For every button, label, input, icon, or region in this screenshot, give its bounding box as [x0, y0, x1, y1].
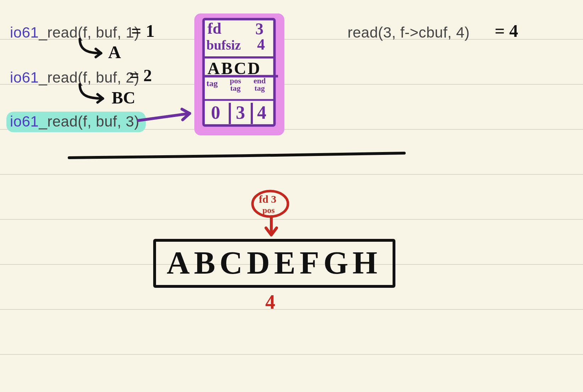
call-2-result: = 2: [129, 66, 152, 85]
syscall-label: read(3, f->cbuf, 4): [348, 24, 470, 41]
syscall-result: = 4: [495, 21, 518, 41]
arrow-call-3-to-struct: [137, 106, 197, 128]
struct-bufsiz-val: 4: [257, 35, 265, 54]
call-1-result: = 1: [131, 21, 155, 41]
file-pointer-value: 4: [265, 291, 275, 313]
separator-line: [67, 149, 408, 163]
call-3-code: io61_read(f, buf, 3): [6, 112, 146, 132]
struct-fd-key: fd: [207, 19, 221, 38]
call-1-code: io61_read(f, buf, 1): [10, 24, 139, 41]
call-3-label: _read(f, buf, 3): [39, 113, 139, 130]
arrow-call-2-output: [76, 83, 112, 104]
call-3-fn: io61: [10, 113, 39, 130]
struct-val-endtag: 4: [257, 102, 266, 123]
call-2-code: io61_read(f, buf, 2): [10, 69, 139, 86]
file-content: ABCDEFGH: [167, 245, 382, 281]
struct-bufsiz-key: bufsiz: [206, 37, 241, 53]
fd3-badge-label: fd 3: [259, 193, 276, 205]
call-1-fn: io61: [10, 24, 39, 41]
struct-val-tag: 0: [211, 102, 220, 123]
call-2-fn: io61: [10, 69, 39, 86]
syscall-code: read(3, f->cbuf, 4): [348, 24, 470, 41]
fd3-badge-label2: pos: [262, 206, 275, 215]
struct-hdr-tag: tag: [206, 79, 218, 88]
arrow-call-1-output: [76, 37, 108, 58]
call-1-output: A: [108, 42, 121, 62]
struct-buf-content: ABCD: [207, 58, 261, 78]
struct-val-postag: 3: [236, 102, 245, 123]
call-2-output: BC: [112, 88, 135, 107]
